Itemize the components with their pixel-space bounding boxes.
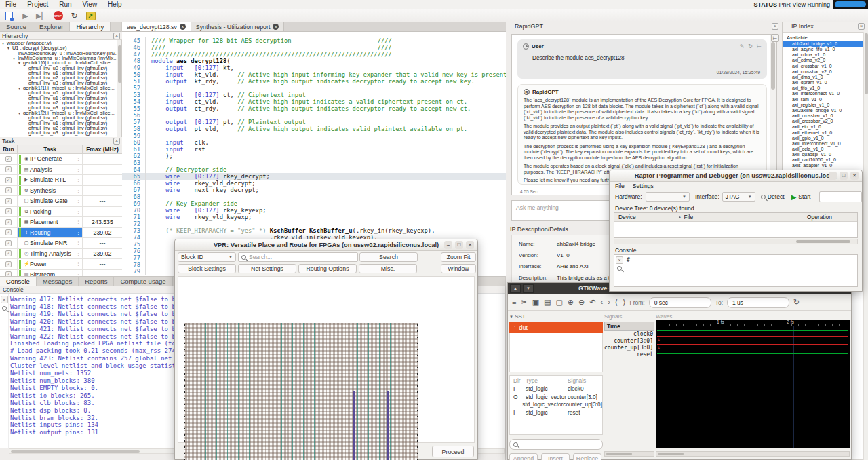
- sort-asc-icon[interactable]: ▲: [678, 215, 682, 219]
- hierarchy-item[interactable]: gfmul_inv_u1 : gfmul_inv (gfmul.sv): [0, 96, 117, 100]
- hierarchy-item[interactable]: gfmul_inv_u3 : gfmul_inv (gfmul.sv): [0, 130, 117, 135]
- task-menu-icon[interactable]: ⋮: [76, 230, 81, 235]
- hierarchy-item[interactable]: InvAddRoundKey_u : InvAddRoundKey (Inv..…: [0, 51, 117, 56]
- hierarchy-item[interactable]: gfmul_inv_u2 : gfmul_inv (gfmul.sv): [0, 100, 117, 105]
- signal-name[interactable]: clock0: [604, 331, 654, 338]
- append-button[interactable]: Append: [509, 453, 538, 460]
- detect-button[interactable]: Detect: [761, 193, 785, 200]
- routing-options-button[interactable]: Routing Options: [298, 264, 357, 273]
- run-to-button[interactable]: ▶▏: [37, 11, 47, 21]
- task-close-icon[interactable]: ×: [113, 138, 120, 145]
- menu-help[interactable]: Help: [102, 0, 127, 9]
- hardware-dropdown[interactable]: ▼: [646, 192, 690, 202]
- ip-index-item[interactable]: axi_crossbar_v1_0: [783, 64, 867, 69]
- rapidgpt-close-icon[interactable]: ×: [772, 23, 778, 30]
- hierarchy-scrollbar[interactable]: [117, 40, 121, 137]
- task-name-cell[interactable]: ⚡Power⋮: [18, 259, 83, 269]
- task-row[interactable]: ✓▢Simulate PNR⋮---: [0, 238, 122, 249]
- task-checkbox[interactable]: ✓: [5, 177, 12, 183]
- ip-index-item[interactable]: axi_interconnect_v1_0: [783, 91, 867, 96]
- ip-index-item[interactable]: axi_register_v1_0: [783, 102, 867, 108]
- vpr-minimize-icon[interactable]: –: [444, 241, 452, 249]
- task-row[interactable]: ✓▦Placement⋮243.535: [0, 217, 122, 228]
- signal-name[interactable]: counter_up[3:0]: [604, 345, 654, 351]
- ip-index-scrollbar[interactable]: [863, 32, 868, 460]
- misc--button[interactable]: Misc.: [359, 264, 417, 273]
- raptor-menu-settings[interactable]: Settings: [633, 183, 654, 189]
- task-menu-icon[interactable]: ⋮: [76, 177, 81, 183]
- net-settings-button[interactable]: Net Settings: [238, 264, 296, 273]
- stop-button[interactable]: STOP: [53, 11, 63, 21]
- raptor-extra-input[interactable]: [819, 191, 862, 202]
- sst-tree-area[interactable]: [509, 333, 603, 372]
- task-row[interactable]: ✓◉IP Generate⋮---: [0, 154, 122, 165]
- clear-console-icon[interactable]: ×: [616, 256, 623, 264]
- wave-canvas[interactable]: 1 fs2 fs uu: [656, 320, 850, 448]
- raptor-close-icon[interactable]: ×: [850, 172, 859, 180]
- block-settings-button[interactable]: Block Settings: [178, 264, 236, 273]
- task-name-cell[interactable]: ⧉Packing⋮: [18, 207, 83, 217]
- device-table-hscrollbar[interactable]: [614, 239, 858, 244]
- task-name-cell[interactable]: ⌇Routing⋮: [18, 228, 83, 238]
- vpr-maximize-icon[interactable]: □: [455, 241, 463, 249]
- to-input[interactable]: 1 us: [727, 297, 789, 308]
- ip-index-item[interactable]: axil_uart16550_v1_0: [783, 157, 867, 163]
- start-button[interactable]: ▶Start: [791, 193, 811, 201]
- menu-file[interactable]: File: [0, 0, 22, 9]
- vpr-search-button[interactable]: Search: [359, 252, 418, 262]
- signal-table-row[interactable]: Istd_logicclock0: [510, 385, 602, 394]
- ip-index-item[interactable]: axil_crossbar_v1_0: [783, 113, 867, 119]
- search-console-icon[interactable]: [2, 306, 7, 311]
- hierarchy-item[interactable]: gfmul_inv_u2 : gfmul_inv (gfmul.sv): [0, 126, 117, 130]
- hierarchy-item[interactable]: gfmul_inv_u3 : gfmul_inv (gfmul.sv): [0, 81, 117, 85]
- waves-hscrollbar[interactable]: [656, 451, 850, 457]
- zoom-in-icon[interactable]: ⊕: [568, 298, 574, 307]
- insert-button[interactable]: Insert: [541, 453, 570, 460]
- zoom-out-icon[interactable]: ⊖: [578, 298, 585, 307]
- next-edge-icon[interactable]: ›: [608, 298, 610, 307]
- select-icon[interactable]: ▢: [555, 298, 562, 307]
- task-name-cell[interactable]: ▢Simulate PNR⋮: [18, 238, 83, 248]
- ip-index-item[interactable]: axi_fifo_v1_0: [783, 85, 867, 91]
- task-checkbox[interactable]: ✓: [5, 250, 12, 256]
- task-name-cell[interactable]: ◷Timing Analysis⋮: [18, 249, 83, 259]
- ip-index-item[interactable]: axi_async_fifo_v1_0: [783, 47, 867, 52]
- task-menu-icon[interactable]: ⋮: [76, 251, 81, 256]
- run-button[interactable]: ▶: [20, 11, 31, 21]
- expander-icon[interactable]: ▾: [13, 56, 18, 60]
- signal-table-row[interactable]: std_logic_vectorcounter_up[3:0]: [510, 401, 602, 409]
- zoom-fit-button[interactable]: Zoom Fit: [441, 252, 476, 262]
- hierarchy-item[interactable]: gfmul_inv_u3 : gfmul_inv (gfmul.sv): [0, 105, 117, 110]
- menu-run[interactable]: Run: [54, 0, 77, 9]
- ip-index-item[interactable]: axil_eio_v1_0: [783, 124, 867, 130]
- proceed-button[interactable]: Proceed: [432, 446, 474, 457]
- ip-index-item[interactable]: ahb2axi_bridge_v1_0: [783, 41, 867, 47]
- task-row[interactable]: ✓▤Analysis⋮---: [0, 165, 122, 176]
- ip-index-item[interactable]: axi_dma_v1_0: [783, 75, 867, 80]
- expander-icon[interactable]: ▾: [18, 86, 23, 90]
- task-checkbox[interactable]: ✓: [5, 208, 12, 214]
- task-row[interactable]: ✓⚙Synthesis⋮---: [0, 186, 122, 197]
- block-id-dropdown[interactable]: Block ID▼: [178, 252, 236, 262]
- task-menu-icon[interactable]: ⋮: [76, 188, 81, 193]
- tab-messages[interactable]: Messages: [37, 277, 79, 286]
- cut-icon[interactable]: ✂: [521, 298, 527, 307]
- interface-dropdown[interactable]: JTAG▼: [722, 192, 755, 202]
- task-checkbox[interactable]: ✓: [5, 219, 12, 225]
- menu-project[interactable]: Project: [22, 0, 54, 9]
- task-row[interactable]: ✓⌇Routing⋮239.02: [0, 228, 122, 239]
- task-checkbox[interactable]: ✓: [5, 261, 12, 267]
- raptor-console[interactable]: × #: [614, 254, 858, 287]
- signal-table-row[interactable]: Ostd_logic_vectorcounter[3:0]: [510, 394, 602, 402]
- replace-button[interactable]: Replace: [573, 453, 601, 460]
- delete-message-icon[interactable]: ⊢: [757, 43, 762, 50]
- task-row[interactable]: ✓▶Simulate RTL⋮---: [0, 175, 122, 186]
- task-checkbox[interactable]: ✓: [5, 229, 12, 235]
- paste-icon[interactable]: ▤: [544, 298, 551, 307]
- raptor-minimize-icon[interactable]: –: [829, 172, 837, 180]
- task-checkbox[interactable]: ✓: [5, 187, 12, 193]
- task-menu-icon[interactable]: ⋮: [76, 240, 81, 246]
- refresh-button[interactable]: ↻: [69, 11, 79, 21]
- prev-edge-icon[interactable]: ‹: [601, 298, 604, 307]
- task-menu-icon[interactable]: ⋮: [76, 261, 81, 267]
